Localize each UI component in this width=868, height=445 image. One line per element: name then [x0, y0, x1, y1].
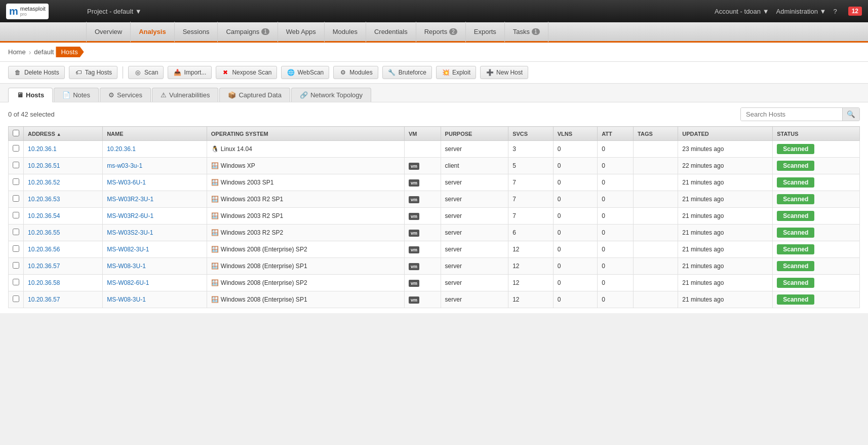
new-host-button[interactable]: ➕ New Host	[480, 66, 528, 79]
name-link[interactable]: MS-W08-3U-1	[107, 263, 146, 270]
tab-services[interactable]: ⚙ Services	[100, 88, 151, 102]
row-checkbox-cell[interactable]	[9, 158, 24, 174]
account-dropdown[interactable]: Account - tdoan ▼	[715, 8, 769, 15]
header-purpose[interactable]: PURPOSE	[441, 127, 508, 141]
address-link[interactable]: 10.20.36.54	[28, 212, 60, 219]
tab-network-topology[interactable]: 🔗 Network Topology	[291, 88, 371, 102]
administration-dropdown[interactable]: Administration ▼	[776, 8, 826, 15]
tab-captured-data[interactable]: 📦 Captured Data	[219, 88, 290, 102]
tab-hosts[interactable]: 🖥 Hosts	[8, 88, 53, 102]
header-name[interactable]: NAME	[103, 127, 207, 141]
notification-badge[interactable]: 12	[848, 7, 862, 16]
search-icon: 🔍	[847, 110, 855, 118]
address-link[interactable]: 10.20.36.51	[28, 162, 60, 169]
name-link[interactable]: MS-W082-6U-1	[107, 279, 149, 286]
captured-tab-label: Captured Data	[239, 91, 282, 99]
webscan-button[interactable]: 🌐 WebScan	[281, 66, 329, 79]
header-vm[interactable]: VM	[404, 127, 441, 141]
row-checkbox-cell[interactable]	[9, 141, 24, 158]
project-dropdown[interactable]: Project - default ▼	[87, 8, 142, 15]
nav-item-overview[interactable]: Overview	[86, 22, 131, 42]
exploit-button[interactable]: 💥 Exploit	[436, 66, 476, 79]
delete-hosts-button[interactable]: 🗑 Delete Hosts	[8, 66, 65, 79]
row-checkbox[interactable]	[13, 262, 19, 269]
address-link[interactable]: 10.20.36.1	[28, 145, 57, 153]
row-checkbox[interactable]	[13, 162, 19, 168]
nav-item-tasks[interactable]: Tasks 1	[505, 22, 548, 42]
header-checkbox[interactable]	[9, 127, 24, 141]
nav-item-modules[interactable]: Modules	[325, 22, 366, 42]
notes-tab-label: Notes	[73, 91, 90, 99]
select-all-checkbox[interactable]	[13, 130, 19, 136]
row-checkbox[interactable]	[13, 229, 19, 235]
nav-item-exports[interactable]: Exports	[466, 22, 505, 42]
header-att[interactable]: ATT	[598, 127, 634, 141]
name-link[interactable]: 10.20.36.1	[107, 145, 136, 153]
tab-notes[interactable]: 📄 Notes	[54, 88, 99, 102]
header-svcs[interactable]: SVCS	[508, 127, 554, 141]
name-link[interactable]: ms-w03-3u-1	[107, 162, 142, 169]
address-link[interactable]: 10.20.36.57	[28, 296, 60, 303]
table-row: 10.20.36.51 ms-w03-3u-1 🪟Windows XP vm c…	[9, 158, 860, 174]
row-checkbox[interactable]	[13, 295, 19, 302]
header-tags[interactable]: TAGS	[634, 127, 678, 141]
row-checkbox-cell[interactable]	[9, 208, 24, 225]
import-label: Import...	[184, 69, 206, 76]
row-checkbox[interactable]	[13, 212, 19, 218]
scan-button[interactable]: ◎ Scan	[128, 66, 164, 79]
nav-item-analysis[interactable]: Analysis	[131, 22, 174, 42]
row-checkbox[interactable]	[13, 279, 19, 285]
row-tags	[634, 141, 678, 158]
address-link[interactable]: 10.20.36.58	[28, 279, 60, 286]
address-link[interactable]: 10.20.36.52	[28, 179, 60, 186]
name-link[interactable]: MS-W03-6U-1	[107, 179, 146, 186]
breadcrumb-home[interactable]: Home	[8, 48, 26, 56]
header-status[interactable]: STATUS	[773, 127, 860, 141]
address-link[interactable]: 10.20.36.55	[28, 229, 60, 236]
nav-item-sessions[interactable]: Sessions	[175, 22, 218, 42]
bruteforce-button[interactable]: 🔧 Bruteforce	[382, 66, 432, 79]
search-button[interactable]: 🔍	[842, 108, 859, 121]
name-link[interactable]: MS-W08-3U-1	[107, 296, 146, 303]
breadcrumb-project[interactable]: default	[34, 48, 54, 56]
name-link[interactable]: MS-W03R2-6U-1	[107, 212, 153, 219]
name-link[interactable]: MS-W03S2-3U-1	[107, 229, 153, 236]
row-checkbox-cell[interactable]	[9, 291, 24, 308]
nav-item-campaigns[interactable]: Campaigns 1	[218, 22, 278, 42]
name-link[interactable]: MS-W03R2-3U-1	[107, 196, 153, 203]
header-updated[interactable]: UPDATED	[678, 127, 773, 141]
exploit-label: Exploit	[452, 69, 470, 76]
import-button[interactable]: 📥 Import...	[168, 66, 212, 79]
name-link[interactable]: MS-W082-3U-1	[107, 246, 149, 253]
header-vlns[interactable]: VLNS	[553, 127, 597, 141]
row-checkbox[interactable]	[13, 195, 19, 202]
modules-button[interactable]: ⚙ Modules	[333, 66, 378, 79]
row-checkbox-cell[interactable]	[9, 258, 24, 275]
row-checkbox-cell[interactable]	[9, 241, 24, 258]
row-checkbox-cell[interactable]	[9, 275, 24, 291]
row-checkbox[interactable]	[13, 145, 19, 152]
row-checkbox-cell[interactable]	[9, 225, 24, 241]
nav-item-reports[interactable]: Reports 2	[416, 22, 466, 42]
tag-hosts-button[interactable]: 🏷 Tag Hosts	[69, 66, 117, 79]
breadcrumb-current: Hosts	[56, 47, 84, 57]
address-link[interactable]: 10.20.36.57	[28, 263, 60, 270]
row-checkbox[interactable]	[13, 178, 19, 185]
tab-vulnerabilities[interactable]: ⚠ Vulnerabilities	[152, 88, 218, 102]
row-svcs: 12	[508, 291, 554, 308]
row-checkbox-cell[interactable]	[9, 191, 24, 208]
address-link[interactable]: 10.20.36.53	[28, 196, 60, 203]
search-input[interactable]	[741, 108, 842, 121]
nexpose-scan-button[interactable]: ✖ Nexpose Scan	[216, 66, 277, 79]
row-tags	[634, 241, 678, 258]
nav-item-webapps[interactable]: Web Apps	[278, 22, 325, 42]
row-checkbox-cell[interactable]	[9, 174, 24, 191]
address-link[interactable]: 10.20.36.56	[28, 246, 60, 253]
row-tags	[634, 191, 678, 208]
nav-item-credentials[interactable]: Credentials	[366, 22, 416, 42]
header-address[interactable]: ADDRESS ▲	[24, 127, 103, 141]
help-button[interactable]: ?	[833, 8, 837, 15]
row-purpose: server	[441, 275, 508, 291]
header-os[interactable]: OPERATING SYSTEM	[207, 127, 404, 141]
row-checkbox[interactable]	[13, 245, 19, 252]
